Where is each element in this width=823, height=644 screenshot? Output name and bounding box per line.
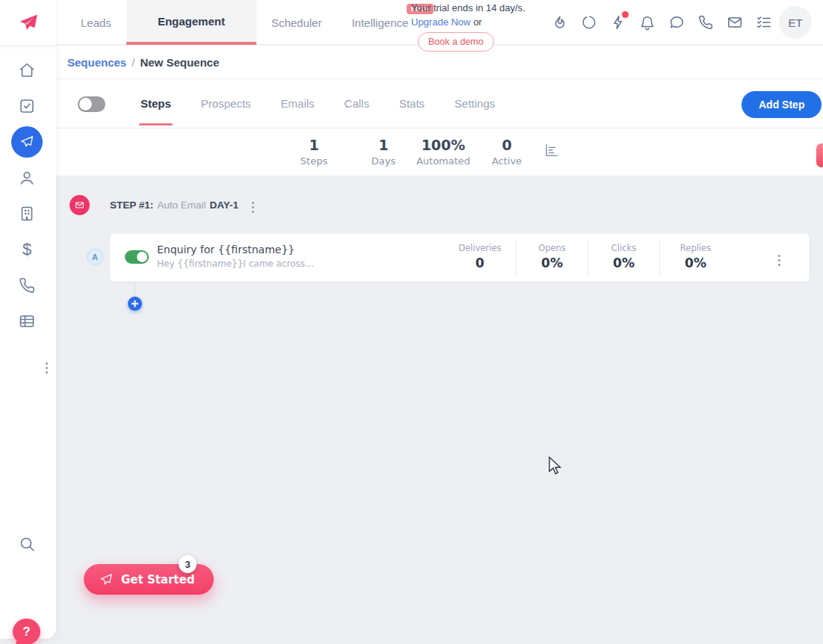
summary-days-value: 1 (361, 137, 406, 153)
paper-plane-logo-icon (17, 11, 40, 34)
sidebar-search[interactable] (10, 527, 43, 560)
email-step-menu[interactable] (775, 250, 783, 270)
notification-dot (622, 11, 629, 18)
summary-automated-value: 100% (406, 137, 481, 153)
sidebar-item-calls[interactable] (10, 269, 43, 302)
ring-icon[interactable] (581, 13, 597, 31)
tab-stats[interactable]: Stats (384, 79, 440, 128)
question-mark-icon: ? (22, 625, 30, 640)
step-header: STEP #1: Auto Email DAY-1 (110, 199, 238, 211)
nav-item-label: Intelligence (351, 16, 408, 29)
breadcrumb-sequences-link[interactable]: Sequences (67, 56, 126, 69)
get-started-count-badge: 3 (179, 555, 197, 573)
sequence-activate-toggle[interactable] (78, 96, 105, 112)
email-active-toggle[interactable] (125, 250, 149, 264)
bolt-icon[interactable] (610, 13, 626, 31)
tab-emails[interactable]: Emails (266, 79, 330, 128)
toggle-knob (137, 252, 147, 262)
tab-prospects[interactable]: Prospects (186, 79, 266, 128)
summary-active-value: 0 (484, 137, 529, 153)
summary-active-label: Active (484, 155, 529, 167)
step-type-badge (70, 195, 90, 215)
app-logo[interactable] (0, 0, 56, 45)
email-step-card[interactable]: Enquiry for {{firstname}} Hey {{firstnam… (110, 234, 810, 282)
nav-item-leads[interactable]: Leads (66, 0, 126, 45)
summary-steps-label: Steps (292, 155, 336, 167)
tab-settings[interactable]: Settings (440, 79, 510, 128)
fire-icon[interactable] (552, 13, 568, 31)
step-menu[interactable] (249, 197, 257, 217)
summary-automated: 100% Automated (406, 137, 481, 167)
get-started-label: Get Started (121, 573, 194, 586)
stat-value: 0% (588, 256, 659, 270)
checklist-icon[interactable] (756, 13, 772, 31)
sidebar-item-home[interactable] (10, 54, 43, 87)
sidebar-item-reports[interactable] (10, 305, 43, 338)
add-next-step-button[interactable] (128, 297, 142, 311)
summary-steps: 1 Steps (292, 137, 336, 167)
main-nav: Leads Engagement Scheduler Intelligence … (66, 0, 423, 45)
stat-label: Deliveries (444, 243, 516, 253)
sequence-tabs: Steps Prospects Emails Calls Stats Setti… (126, 79, 510, 128)
top-bar: Leads Engagement Scheduler Intelligence … (0, 0, 823, 45)
summary-days-label: Days (361, 155, 406, 167)
trial-message: Your trial ends in 14 day/s. (411, 1, 525, 15)
email-subject[interactable]: Enquiry for {{firstname}} (157, 244, 313, 256)
stat-opens: Opens 0% (516, 239, 588, 276)
topbar-icons (552, 13, 772, 31)
breadcrumb-separator: / (132, 56, 135, 69)
sidebar-item-tasks[interactable] (10, 90, 43, 123)
trial-banner: Your trial ends in 14 day/s. Upgrade Now… (411, 1, 525, 52)
variant-a-badge: A (87, 249, 103, 265)
tabs-row: Steps Prospects Emails Calls Stats Setti… (56, 79, 823, 129)
phone-icon (18, 276, 36, 294)
sequence-report-chart-icon[interactable] (543, 142, 560, 158)
stat-value: 0% (660, 256, 731, 270)
sequence-canvas: STEP #1: Auto Email DAY-1 A Enquiry for … (56, 176, 823, 644)
upgrade-now-link[interactable]: Upgrade Now (411, 16, 471, 28)
tab-calls[interactable]: Calls (330, 79, 384, 128)
step-connector-line (135, 282, 135, 297)
summary-days: 1 Days (361, 137, 406, 167)
table-icon (18, 312, 36, 330)
stat-label: Clicks (588, 243, 659, 253)
step-number: STEP #1: (110, 199, 153, 211)
tab-steps[interactable]: Steps (126, 79, 186, 128)
stat-value: 0% (517, 256, 588, 270)
breadcrumb-current: New Sequence (140, 56, 219, 69)
sidebar-item-sequences[interactable] (11, 126, 43, 158)
help-button[interactable]: ? (13, 619, 40, 644)
nav-item-scheduler[interactable]: Scheduler (256, 0, 337, 45)
sidebar-more-menu[interactable] (43, 358, 51, 378)
toggle-knob (79, 98, 92, 111)
sidebar-item-prospects[interactable] (10, 161, 43, 194)
feedback-edge-tab[interactable] (816, 143, 823, 167)
person-icon (18, 169, 36, 187)
summary-steps-value: 1 (292, 137, 336, 153)
stat-label: Opens (517, 243, 588, 253)
sidebar-item-accounts[interactable] (10, 197, 43, 230)
user-avatar[interactable]: ET (779, 6, 812, 39)
nav-item-intelligence[interactable]: Intelligence BETA (336, 0, 423, 45)
email-stats: Deliveries 0 Opens 0% Clicks 0% Replies … (444, 239, 731, 276)
mail-icon[interactable] (727, 13, 743, 31)
plus-icon (132, 300, 138, 307)
or-text: or (473, 16, 482, 28)
sidebar: $ ? Have a Question (0, 45, 56, 639)
bell-icon[interactable] (639, 13, 656, 31)
phone-icon[interactable] (697, 13, 714, 31)
summary-active: 0 Active (484, 137, 529, 167)
nav-item-engagement[interactable]: Engagement (126, 0, 256, 45)
building-icon (18, 205, 36, 223)
step-day: DAY-1 (210, 199, 239, 211)
stat-replies: Replies 0% (659, 239, 731, 276)
book-demo-button[interactable]: Book a demo (418, 32, 494, 52)
stat-deliveries: Deliveries 0 (444, 239, 516, 276)
chat-icon[interactable] (668, 13, 685, 31)
step-type: Auto Email (157, 199, 206, 211)
sidebar-item-deals[interactable]: $ (10, 233, 43, 266)
stat-value: 0 (444, 256, 516, 270)
add-step-button[interactable]: Add Step (742, 91, 822, 118)
paper-plane-icon (19, 134, 34, 149)
email-preview: Hey {{firstname}}I came across... (157, 258, 313, 269)
